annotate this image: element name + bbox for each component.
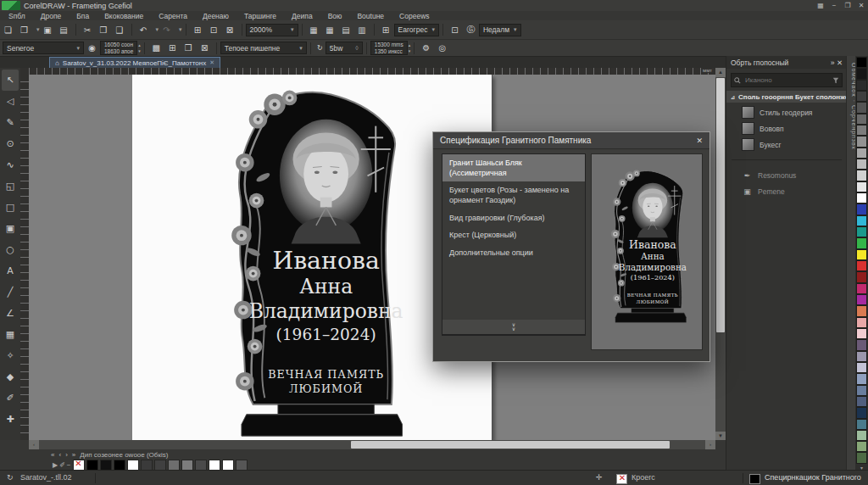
palette-swatch[interactable] [856,148,867,159]
docker-item-pemene[interactable]: ▣ Pemene [726,183,847,199]
pick-tool[interactable]: ↖ [2,70,19,91]
menu-item[interactable]: Дропе [41,12,62,20]
guidelines-icon[interactable]: ▥ [356,25,369,35]
palette-swatch[interactable] [856,271,867,282]
dialog-close-icon[interactable]: ✕ [696,137,703,145]
palette-swatch[interactable] [856,373,867,384]
menu-item[interactable]: Вою [328,12,342,20]
scroll-right-icon[interactable]: › [705,440,715,449]
size-spin-up-icon[interactable]: ▴ [409,42,411,48]
crop-tool[interactable]: ◱ [2,176,19,197]
document-palette-swatch[interactable] [168,460,180,471]
document-palette-swatch[interactable] [114,460,125,471]
menu-item[interactable]: Сарента [159,12,187,20]
tree-caret-icon[interactable]: ⊿ [731,94,735,100]
palette-swatch[interactable] [856,441,867,452]
palette-swatch[interactable] [856,170,867,181]
palette-swatch[interactable] [856,68,867,79]
line-tool[interactable]: ╱ [2,282,19,303]
palette-pen-icon[interactable]: ✐ [59,461,65,469]
palette-swatch[interactable] [856,125,867,136]
docker-close-icon[interactable]: ✕ [837,59,843,67]
document-palette-swatch[interactable] [195,460,207,471]
palette-swatch[interactable] [856,430,867,441]
object-size-fields[interactable]: 15300 mms 1350 инксс [370,41,408,55]
import-icon[interactable]: ⊞ [192,25,204,35]
brush-tool[interactable]: ✎ [2,112,19,133]
palette-swatch[interactable] [856,305,867,316]
palette-swatch[interactable] [856,260,867,271]
palette-swatch[interactable] [856,102,867,113]
spec-item-cross[interactable]: Крест (Церковный) [442,226,585,244]
scroll-up-icon[interactable]: ▲ [715,68,726,77]
document-palette-swatch[interactable] [154,460,166,471]
palette-swatch[interactable] [856,362,867,373]
maximize-button[interactable]: ❐ [841,2,854,9]
palette-swatch[interactable] [856,407,867,418]
export-frame-icon[interactable]: ⊡ [208,25,220,35]
document-palette-swatch[interactable] [181,460,193,471]
palette-play-icon[interactable]: ▶ [53,461,58,469]
shape-tool[interactable]: ◁ [2,91,19,112]
palette-swatch[interactable] [856,419,867,430]
trim-icon[interactable]: ⊠ [198,43,211,53]
list-scroll-down-button[interactable]: ∨ ∨ [442,320,586,335]
rulers-icon[interactable]: ▤ [340,25,353,35]
palette-swatch[interactable] [856,328,867,339]
dialog-title-bar[interactable]: Спецификация Гранитного Памятника ✕ [433,132,709,149]
copy-icon[interactable]: ❒ [97,25,110,35]
group-icon[interactable]: ⊞ [166,43,179,53]
print-icon[interactable]: ▤ [58,25,70,35]
minimize-button[interactable]: − [827,2,841,9]
palette-swatch[interactable] [856,91,867,102]
document-palette-swatch[interactable] [222,460,234,471]
vertical-ruler[interactable] [20,75,29,441]
tab-close-icon[interactable]: ✕ [209,59,214,66]
menu-item[interactable]: Сорееws [399,12,429,20]
document-palette-swatch[interactable] [127,460,139,471]
table-icon[interactable]: ⊞ [380,25,392,35]
docker-search-box[interactable] [731,73,843,87]
style-item-geometry[interactable]: Стиль геодерия [726,104,847,120]
docker-item-resomonus[interactable]: ✒ Resomonus [726,167,847,183]
horizontal-scrollbar[interactable]: ‹ › [29,440,715,449]
palette-swatch[interactable] [856,452,867,463]
fill-tool[interactable]: ◆ [2,366,19,387]
menu-item[interactable]: Деипа [292,12,313,20]
horizontal-ruler[interactable]: ммт [29,68,715,75]
style-item-2[interactable]: Вововп [726,120,847,137]
open-caret-icon[interactable]: ▾ [36,26,40,33]
launch-icon[interactable]: ⊠ [224,25,236,35]
palette-minus-icon[interactable]: − [67,461,71,469]
menu-item[interactable]: Деенаю [203,12,229,20]
palette-swatch[interactable] [856,237,867,248]
palette-swatch[interactable] [856,80,867,91]
mode-select[interactable]: Тепоее пишепне ▾ [220,42,307,54]
angle-field[interactable]: 5bw ◊ [326,42,363,54]
refresh-icon[interactable]: ↻ [7,473,14,482]
pencil-tool[interactable]: ✐ [2,387,19,409]
palette-swatch[interactable] [856,192,867,203]
palette-swatch[interactable] [856,114,867,125]
redo-icon[interactable]: ↷ [160,25,173,35]
palette-swatch[interactable] [856,159,867,170]
palette-swatch[interactable] [856,339,867,350]
menu-item[interactable]: Boutuне [357,12,384,20]
recent-dropdown[interactable]: Недалм ▾ [479,24,521,36]
monument-graphic[interactable] [203,76,422,440]
filter-icon[interactable] [832,77,839,84]
palette-swatch[interactable] [856,317,867,328]
text-tool[interactable]: A [2,260,19,282]
spec-item-bouquet[interactable]: Букет цветов (Розы - заменено на орнамен… [442,181,585,209]
vertical-scroll-thumb[interactable] [716,78,725,332]
eyedropper-tool[interactable]: ✧ [2,345,19,366]
ellipse-tool[interactable]: ○ [2,239,19,260]
cut-icon[interactable]: ✂ [81,25,94,35]
zoom-tool[interactable]: ⊙ [2,133,19,154]
weld-icon[interactable]: ❒ [182,43,195,53]
redo-caret-icon[interactable]: ▾ [179,26,182,33]
palette-swatch[interactable] [856,215,867,226]
next-page-icon[interactable]: › [65,451,68,459]
position-spin-down-icon[interactable]: ▾ [138,48,141,54]
document-palette-swatch[interactable] [86,460,98,471]
